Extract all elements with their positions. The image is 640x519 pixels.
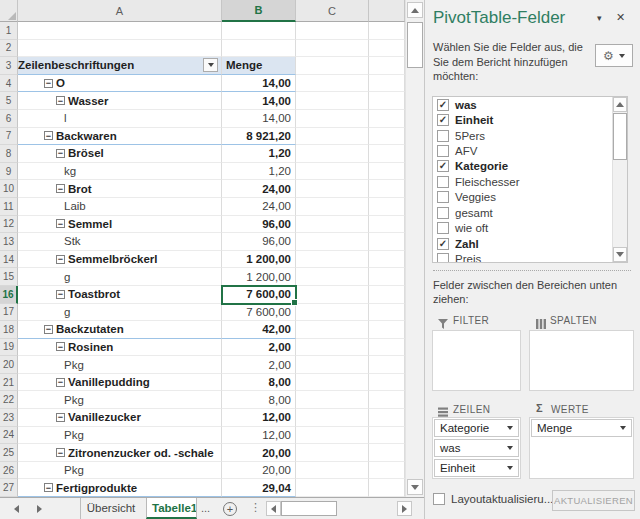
- cell[interactable]: [369, 356, 405, 374]
- row-header-13[interactable]: 13: [0, 233, 18, 251]
- update-button[interactable]: AKTUALISIEREN: [552, 490, 635, 511]
- select-all-corner[interactable]: [0, 0, 18, 22]
- cell[interactable]: [18, 22, 222, 40]
- new-sheet-button[interactable]: +: [223, 502, 237, 516]
- cell[interactable]: −Brösel: [18, 145, 222, 163]
- field-checkbox[interactable]: [437, 145, 449, 157]
- pivot-item-value[interactable]: 1,20: [222, 163, 296, 181]
- cell[interactable]: [296, 304, 369, 322]
- pivot-values-header[interactable]: Menge: [222, 57, 296, 75]
- values-drop-area[interactable]: Menge: [529, 417, 634, 479]
- scroll-up-button[interactable]: [613, 97, 627, 112]
- field-checkbox[interactable]: ✓: [437, 238, 449, 250]
- cell[interactable]: [369, 427, 405, 445]
- cell[interactable]: [296, 444, 369, 462]
- cell[interactable]: [296, 216, 369, 234]
- cell[interactable]: [296, 339, 369, 357]
- cell[interactable]: [369, 462, 405, 480]
- cell[interactable]: [296, 75, 369, 93]
- area-pill-menge[interactable]: Menge: [531, 419, 632, 437]
- cell[interactable]: [296, 198, 369, 216]
- row-header-11[interactable]: 11: [0, 198, 18, 216]
- filter-drop-area[interactable]: [432, 330, 521, 391]
- collapse-button[interactable]: −: [44, 483, 53, 492]
- row-header-19[interactable]: 19: [0, 339, 18, 357]
- cell[interactable]: [296, 233, 369, 251]
- cell[interactable]: [296, 462, 369, 480]
- tab-nav-right-button[interactable]: [37, 505, 42, 513]
- field-checkbox[interactable]: [437, 253, 449, 263]
- pivot-item-value[interactable]: 1,20: [222, 145, 296, 163]
- cell[interactable]: [296, 128, 369, 146]
- field-item-preis[interactable]: Preis: [433, 251, 627, 263]
- row-header-14[interactable]: 14: [0, 251, 18, 269]
- scroll-down-button[interactable]: [407, 479, 423, 495]
- cell[interactable]: [296, 268, 369, 286]
- field-checkbox[interactable]: [437, 130, 449, 142]
- cell[interactable]: [296, 374, 369, 392]
- tools-button[interactable]: ⚙: [595, 44, 633, 67]
- cell[interactable]: −Toastbrot: [18, 286, 222, 304]
- pivot-item-value[interactable]: 12,00: [222, 427, 296, 445]
- field-item-gesamt[interactable]: gesamt: [433, 205, 627, 220]
- pivot-item-value[interactable]: 2,00: [222, 339, 296, 357]
- cell[interactable]: [369, 128, 405, 146]
- cell[interactable]: −Semmel: [18, 216, 222, 234]
- pivot-item-value[interactable]: 42,00: [222, 321, 296, 339]
- row-header-16[interactable]: 16: [0, 286, 18, 304]
- cell[interactable]: [369, 339, 405, 357]
- pivot-item-value[interactable]: 7 600,00: [222, 304, 296, 322]
- pivot-item-value[interactable]: 8,00: [222, 374, 296, 392]
- horizontal-scroll-thumb[interactable]: [281, 501, 337, 516]
- vertical-scroll-thumb[interactable]: [407, 22, 423, 68]
- cell[interactable]: [369, 409, 405, 427]
- cell[interactable]: [369, 163, 405, 181]
- collapse-button[interactable]: −: [56, 149, 65, 158]
- cell[interactable]: [296, 163, 369, 181]
- collapse-button[interactable]: −: [56, 255, 65, 264]
- cell[interactable]: Laib: [18, 198, 222, 216]
- scroll-thumb[interactable]: [613, 113, 627, 160]
- field-checkbox[interactable]: ✓: [437, 99, 449, 111]
- pivot-item-value[interactable]: 14,00: [222, 92, 296, 110]
- field-item-veggies[interactable]: Veggies: [433, 190, 627, 205]
- cell[interactable]: [296, 427, 369, 445]
- cell[interactable]: [296, 22, 369, 40]
- cell[interactable]: −Backwaren: [18, 128, 222, 146]
- cell[interactable]: [296, 391, 369, 409]
- field-checkbox[interactable]: ✓: [437, 160, 449, 172]
- cell[interactable]: −Rosinen: [18, 339, 222, 357]
- field-item-wie-oft[interactable]: wie oft: [433, 221, 627, 236]
- pivot-item-value[interactable]: 8,00: [222, 391, 296, 409]
- cell[interactable]: [296, 251, 369, 269]
- cell[interactable]: −Semmelbröckerl: [18, 251, 222, 269]
- cell[interactable]: [369, 198, 405, 216]
- cell[interactable]: −O: [18, 75, 222, 93]
- cell[interactable]: [369, 268, 405, 286]
- sheet-tab-tabelle1[interactable]: Tabelle1: [146, 498, 197, 519]
- cell[interactable]: [369, 391, 405, 409]
- row-header-2[interactable]: 2: [0, 40, 18, 58]
- row-header-12[interactable]: 12: [0, 216, 18, 234]
- pivot-item-value[interactable]: 20,00: [222, 444, 296, 462]
- cell[interactable]: [296, 321, 369, 339]
- cell[interactable]: [369, 75, 405, 93]
- pivot-item-value[interactable]: 14,00: [222, 110, 296, 128]
- tab-nav-left-button[interactable]: [14, 505, 19, 513]
- cell[interactable]: [296, 409, 369, 427]
- pivot-item-value[interactable]: 96,00: [222, 216, 296, 234]
- pivot-item-value[interactable]: 1 200,00: [222, 268, 296, 286]
- pivot-item-value[interactable]: 7 600,00: [222, 286, 296, 304]
- cell[interactable]: g: [18, 268, 222, 286]
- area-pill-kategorie[interactable]: Kategorie: [434, 419, 519, 437]
- dropdown-arrow-icon[interactable]: [507, 466, 513, 470]
- field-item-5pers[interactable]: 5Pers: [433, 128, 627, 143]
- cell[interactable]: [369, 110, 405, 128]
- field-checkbox[interactable]: [437, 222, 449, 234]
- pivot-item-value[interactable]: 8 921,20: [222, 128, 296, 146]
- vertical-scrollbar[interactable]: [405, 0, 424, 497]
- cell[interactable]: [296, 145, 369, 163]
- field-list-scrollbar[interactable]: [612, 97, 627, 262]
- column-header-C[interactable]: C: [296, 0, 369, 22]
- cell[interactable]: Pkg: [18, 462, 222, 480]
